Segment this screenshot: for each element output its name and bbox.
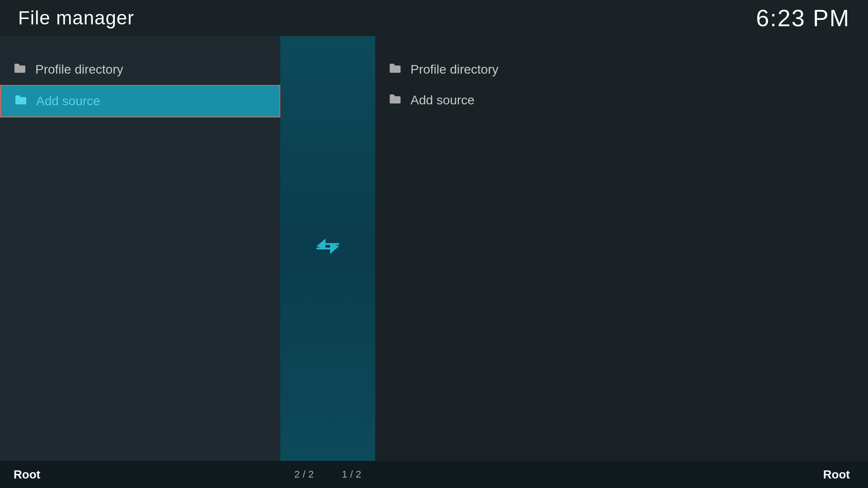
right-profile-directory-label: Profile directory <box>410 62 499 77</box>
left-profile-directory-label: Profile directory <box>35 62 123 77</box>
right-add-source-label: Add source <box>410 93 475 108</box>
left-panel-footer-label: Root <box>0 468 280 482</box>
left-add-source-label: Add source <box>36 94 100 108</box>
left-add-source-item[interactable]: Add source <box>0 85 280 117</box>
right-folder-icon-1 <box>389 63 401 77</box>
clock: 6:23 PM <box>756 5 850 32</box>
footer: Root 2 / 2 1 / 2 Root <box>0 461 868 488</box>
left-panel-page-info: 2 / 2 <box>280 469 328 480</box>
header: File manager 6:23 PM <box>0 0 868 36</box>
folder-icon <box>14 63 26 77</box>
page-title: File manager <box>18 7 134 29</box>
center-divider <box>280 36 375 461</box>
right-add-source-item[interactable]: Add source <box>375 85 868 116</box>
folder-icon-selected <box>14 94 27 108</box>
right-panel-footer-label: Root <box>375 468 868 482</box>
transfer-icon <box>314 235 341 263</box>
right-panel-page-info: 1 / 2 <box>328 469 375 480</box>
right-profile-directory-item[interactable]: Profile directory <box>375 54 868 85</box>
left-panel: Profile directory Add source <box>0 36 280 461</box>
right-panel: Profile directory Add source <box>375 36 868 461</box>
left-profile-directory-item[interactable]: Profile directory <box>0 54 280 85</box>
main-layout: Profile directory Add source <box>0 36 868 461</box>
right-folder-icon-2 <box>389 94 401 108</box>
